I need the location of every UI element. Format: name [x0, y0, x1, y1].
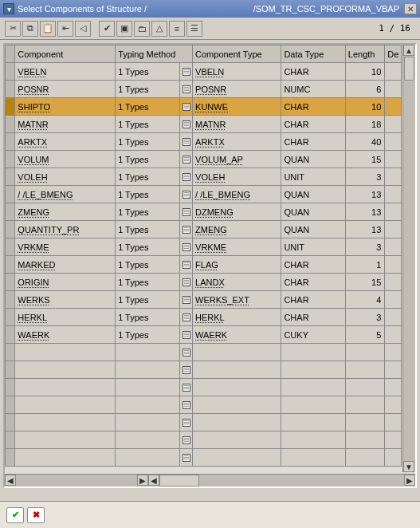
cell-component[interactable]: VBELN [15, 63, 116, 81]
check-icon[interactable]: ✔ [99, 21, 115, 37]
cell-comptype[interactable] [193, 396, 281, 414]
scroll-up-icon[interactable]: ▲ [403, 45, 414, 56]
cell-typing[interactable]: 1 Types [116, 63, 179, 81]
row-selector[interactable] [6, 326, 15, 344]
row-selector[interactable] [6, 361, 15, 379]
cell-component[interactable] [15, 431, 116, 449]
up-icon[interactable]: △ [151, 21, 167, 37]
table-row[interactable]: ORIGIN1 TypesLANDXCHAR15 [6, 274, 402, 291]
cell-comptype[interactable]: ARKTX [193, 133, 281, 151]
cell-typing[interactable]: 1 Types [116, 291, 179, 309]
row-selector[interactable] [6, 98, 15, 116]
cell-comptype[interactable]: ZMENG [193, 221, 281, 238]
cell-typing[interactable]: 1 Types [116, 309, 179, 326]
list-icon[interactable]: ≡ [169, 21, 185, 37]
cell-typing[interactable]: 1 Types [116, 221, 179, 238]
cell-component[interactable] [15, 396, 116, 414]
row-selector[interactable] [6, 168, 15, 186]
cell-comptype[interactable]: HERKL [193, 309, 281, 326]
dropdown-icon[interactable] [179, 98, 192, 116]
cell-typing[interactable]: 1 Types [116, 186, 179, 203]
dropdown-icon[interactable] [179, 151, 192, 168]
row-selector[interactable] [6, 256, 15, 274]
dropdown-icon[interactable] [179, 431, 192, 449]
row-selector[interactable] [6, 291, 15, 309]
cell-typing[interactable] [116, 449, 179, 467]
cell-typing[interactable]: 1 Types [116, 151, 179, 168]
col-de[interactable]: De [385, 45, 402, 63]
cancel-button[interactable]: ✖ [27, 507, 45, 523]
cell-comptype[interactable]: POSNR [193, 81, 281, 98]
table-row[interactable]: WAERK1 TypesWAERKCUKY5 [6, 326, 402, 344]
cell-typing[interactable]: 1 Types [116, 168, 179, 186]
table-row[interactable]: / /LE_BMENG1 Types/ /LE_BMENGQUAN13 [6, 186, 402, 203]
dropdown-icon[interactable] [179, 396, 192, 414]
dropdown-icon[interactable] [179, 116, 192, 133]
horizontal-scrollbar[interactable]: ◀ ▶ ◀ ▶ [5, 474, 415, 487]
table-row[interactable]: SHIPTO1 TypesKUNWECHAR10 [6, 98, 402, 116]
row-selector[interactable] [6, 203, 15, 221]
folder-icon[interactable]: 🗀 [134, 21, 150, 37]
table-row[interactable] [6, 414, 402, 431]
cell-typing[interactable] [116, 361, 179, 379]
cell-comptype[interactable]: VOLEH [193, 168, 281, 186]
dropdown-icon[interactable] [179, 81, 192, 98]
cell-typing[interactable]: 1 Types [116, 256, 179, 274]
cut-icon[interactable]: ✂ [5, 21, 21, 37]
row-selector[interactable] [6, 309, 15, 326]
scroll-track[interactable] [403, 81, 415, 461]
cell-comptype[interactable]: VBELN [193, 63, 281, 81]
cell-component[interactable]: WAERK [15, 326, 116, 344]
row-selector[interactable] [6, 221, 15, 238]
cell-comptype[interactable] [193, 361, 281, 379]
cell-component[interactable]: WERKS [15, 291, 116, 309]
table-row[interactable]: MATNR1 TypesMATNRCHAR18 [6, 116, 402, 133]
cell-typing[interactable]: 1 Types [116, 133, 179, 151]
dropdown-icon[interactable] [179, 238, 192, 256]
cell-typing[interactable]: 1 Types [116, 274, 179, 291]
table-row[interactable]: ARKTX1 TypesARKTXCHAR40 [6, 133, 402, 151]
close-icon[interactable]: ✕ [404, 3, 417, 14]
cell-comptype[interactable]: KUNWE [193, 98, 281, 116]
cell-component[interactable] [15, 414, 116, 431]
row-selector[interactable] [6, 186, 15, 203]
table-row[interactable] [6, 344, 402, 361]
cell-component[interactable]: VOLUM [15, 151, 116, 168]
vertical-scrollbar[interactable]: ▲ ▼ [402, 45, 415, 472]
dropdown-icon[interactable] [179, 256, 192, 274]
cell-comptype[interactable]: MATNR [193, 116, 281, 133]
cell-typing[interactable]: 1 Types [116, 203, 179, 221]
dropdown-icon[interactable] [179, 203, 192, 221]
table-row[interactable] [6, 449, 402, 467]
dropdown-icon[interactable] [179, 414, 192, 431]
hscroll-thumb[interactable] [159, 475, 199, 487]
dropdown-icon[interactable] [179, 133, 192, 151]
table-row[interactable]: HERKL1 TypesHERKLCHAR3 [6, 309, 402, 326]
hscroll-right-2-icon[interactable]: ▶ [404, 475, 415, 486]
cell-comptype[interactable] [193, 344, 281, 361]
table-row[interactable] [6, 361, 402, 379]
table-row[interactable]: VOLUM1 TypesVOLUM_APQUAN15 [6, 151, 402, 168]
cell-component[interactable]: ARKTX [15, 133, 116, 151]
row-selector[interactable] [6, 379, 15, 396]
cell-component[interactable] [15, 361, 116, 379]
cell-typing[interactable]: 1 Types [116, 81, 179, 98]
cell-typing[interactable]: 1 Types [116, 238, 179, 256]
table-row[interactable]: VRKME1 TypesVRKMEUNIT3 [6, 238, 402, 256]
dropdown-icon[interactable] [179, 168, 192, 186]
table-row[interactable]: WERKS1 TypesWERKS_EXTCHAR4 [6, 291, 402, 309]
cell-typing[interactable] [116, 344, 179, 361]
dropdown-icon[interactable] [179, 63, 192, 81]
hscroll-right-1-icon[interactable]: ▶ [137, 475, 148, 486]
dropdown-icon[interactable] [179, 186, 192, 203]
cell-typing[interactable]: 1 Types [116, 326, 179, 344]
cell-comptype[interactable]: VRKME [193, 238, 281, 256]
scroll-down-icon[interactable]: ▼ [403, 461, 414, 472]
col-component[interactable]: Component [15, 45, 116, 63]
cell-comptype[interactable] [193, 414, 281, 431]
confirm-button[interactable]: ✔ [6, 507, 24, 523]
row-selector[interactable] [6, 151, 15, 168]
dropdown-icon[interactable] [179, 291, 192, 309]
cell-comptype[interactable]: FLAG [193, 256, 281, 274]
col-typing[interactable]: Typing Method [116, 45, 193, 63]
